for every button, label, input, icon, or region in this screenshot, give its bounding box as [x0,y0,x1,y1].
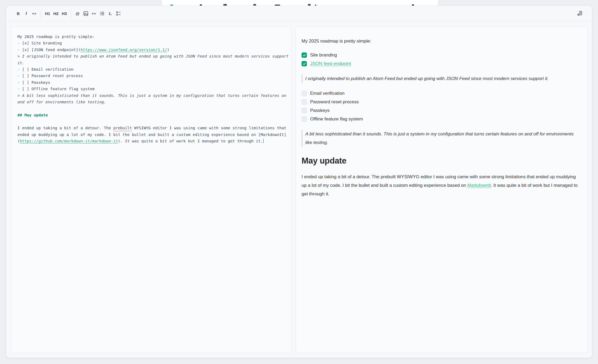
clipped-dialog [162,0,438,6]
editor-line[interactable]: it. [17,60,285,66]
editor-line[interactable]: ## May update [17,112,285,118]
editor-line[interactable]: I ended up taking a bit of a detour. The… [17,125,285,131]
editor-line[interactable] [17,118,285,125]
preview-intro: My 2025 roadmap is pretty simple: [302,38,582,45]
editor-text-segment: it. [17,61,24,65]
checkbox-unchecked[interactable] [302,91,307,96]
heading3-button[interactable]: H3 [60,9,68,18]
checklist-todo: Email verificationPassword reset process… [302,89,582,123]
toolbar-separator [71,9,71,18]
task-label: Site branding [310,51,337,59]
editor-text-segment: [ ] Email verification [22,67,73,71]
editor-line[interactable]: - [x] Site branding [17,40,285,46]
editor-text-segment: [ ] Password reset process [22,74,83,78]
link-button[interactable]: @ [74,9,82,18]
checklist-done: Site brandingJSON feed endpoint [302,51,582,68]
task-list-item: Offline feature flag system [302,115,582,123]
editor-line[interactable]: - [ ] Passkeys [17,79,285,86]
editor-text-segment: My 2025 roadmap is pretty simple: [17,35,95,39]
checkbox-unchecked[interactable] [302,108,307,113]
editor-text-segment: prebuilt [113,126,132,130]
italic-button[interactable]: I [22,9,30,18]
preview-paragraph: I ended up taking a bit of a detour. The… [302,173,582,198]
bold-button[interactable]: B [14,9,22,18]
toolbar-separator [41,9,41,18]
preview-blockquote-2: A bit less sophisticated than it sounds.… [302,130,582,147]
heading2-button[interactable]: H2 [52,9,60,18]
editor-text-segment: ended up muddying up a lot of my code. I… [17,132,286,137]
task-label: Passkeys [310,107,330,115]
editor-text-segment: I ended up taking a bit of a detour. The [17,126,113,130]
inline-code-button[interactable]: <> [30,9,38,18]
preview-blockquote-1: I originally intended to publish an Atom… [302,74,582,83]
app-root: BI<>H1H2H3@<>1. My 2025 roadmap is prett… [0,0,598,364]
task-list-item: JSON feed endpoint [302,60,582,68]
editor-text-segment: [x] [JSON feed endpoint]( [22,48,80,52]
editor-text-segment: ## May update [17,113,48,117]
bullet-list-button[interactable] [98,9,106,18]
formatting-toolbar: BI<>H1H2H3@<>1. [6,6,592,21]
editor-line[interactable]: - [ ] Password reset process [17,73,285,79]
markdown-source-editor[interactable]: My 2025 roadmap is pretty simple:- [x] S… [11,26,291,353]
task-list-item: Password reset process [302,98,582,106]
task-list-button[interactable] [114,9,123,18]
editor-text-segment: > I originally intended to publish an At… [17,54,289,58]
editor-line[interactable] [17,105,285,112]
task-label-link[interactable]: JSON feed endpoint [310,60,351,68]
task-label: Offline feature flag system [310,115,363,123]
image-icon [83,11,88,16]
editor-card: BI<>H1H2H3@<>1. My 2025 roadmap is prett… [6,6,592,358]
editor-text-segment: - [17,74,22,78]
editor-line[interactable]: > A bit less sophisticated than it sound… [17,92,285,99]
editor-text-segment: [ ] Passkeys [22,80,50,85]
editor-line[interactable]: - [ ] Offline feature flag system [17,86,285,92]
task-label: Password reset process [310,98,359,106]
editor-url-text: https://www.jsonfeed.org/version/1.1/ [81,48,167,52]
task-list-item: Email verification [302,89,582,97]
editor-text-segment: - [17,67,22,71]
editor-line[interactable]: - [ ] Email verification [17,66,285,73]
task-label: Email verification [310,89,345,97]
editor-line[interactable]: - [x] [JSON feed endpoint](https://www.j… [17,47,285,53]
editor-text-segment: - [17,80,22,85]
markdown-preview: My 2025 roadmap is pretty simple: Site b… [296,26,588,353]
editor-line[interactable]: and off for environments like testing. [17,99,285,105]
bullet-list-icon [100,11,105,16]
checkbox-checked[interactable] [302,61,307,66]
markdownit-link[interactable]: MarkdownIt [467,183,491,188]
task-list-icon [116,11,121,16]
editor-line[interactable]: (https://github.com/markdown-it/markdown… [17,138,285,144]
task-list-item: Site branding [302,51,582,59]
editor-text-segment: - [17,87,22,91]
collapse-icon [577,10,583,17]
task-list-item: Passkeys [302,107,582,115]
editor-text-segment: > A bit less sophisticated than it sound… [17,93,286,98]
heading1-button[interactable]: H1 [43,9,52,18]
preview-heading-may-update: May update [302,156,582,166]
code-block-button[interactable]: <> [90,9,98,18]
editor-text-segment: ) [167,48,170,52]
editor-text-segment: WYSIWYG editor I was using came with som… [132,126,286,130]
editor-line[interactable]: ended up muddying up a lot of my code. I… [17,131,285,138]
image-button[interactable] [82,9,90,18]
editor-text-segment: - [17,41,22,45]
collapse-editor-button[interactable] [575,9,584,18]
ordered-list-button[interactable]: 1. [106,9,114,18]
editor-text-segment: - [17,48,22,52]
text-caret [263,139,264,143]
editor-line[interactable]: > I originally intended to publish an At… [17,53,285,59]
editor-text-segment: [ ] Offline feature flag system [22,87,95,91]
editor-line[interactable]: My 2025 roadmap is pretty simple: [17,33,285,40]
editor-text-segment: [x] Site branding [22,41,62,45]
checkbox-unchecked[interactable] [302,99,307,105]
editor-text-segment: and off for environments like testing. [17,100,106,104]
editor-text-segment: ). It was quite a bit of work but I mana… [118,139,263,143]
editor-url-text: https://github.com/markdown-it/markdown-… [20,139,118,143]
checkbox-checked[interactable] [302,52,307,58]
checkbox-unchecked[interactable] [302,116,307,122]
editor-text-segment: ( [17,139,20,143]
